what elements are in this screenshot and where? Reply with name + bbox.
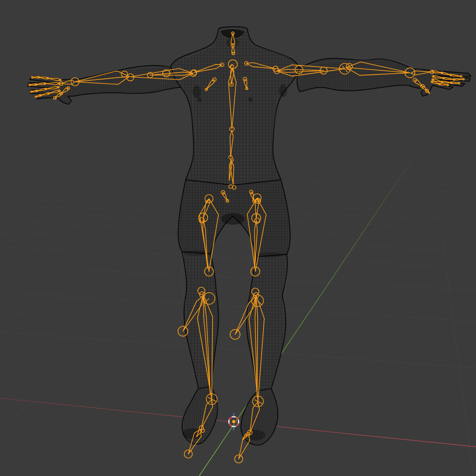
object-origin-dot[interactable] bbox=[232, 420, 236, 423]
mesh-shading bbox=[258, 252, 283, 258]
mesh-shading bbox=[279, 85, 287, 97]
mesh-shading bbox=[226, 38, 239, 47]
mesh-shading bbox=[245, 430, 265, 440]
mesh-shading bbox=[193, 85, 201, 98]
scene-canvas[interactable] bbox=[0, 0, 476, 476]
mesh-detail-nipple bbox=[198, 98, 201, 101]
mesh-shading bbox=[221, 213, 245, 225]
mesh-detail-nipple bbox=[249, 98, 252, 101]
blender-3d-viewport[interactable] bbox=[0, 0, 476, 476]
